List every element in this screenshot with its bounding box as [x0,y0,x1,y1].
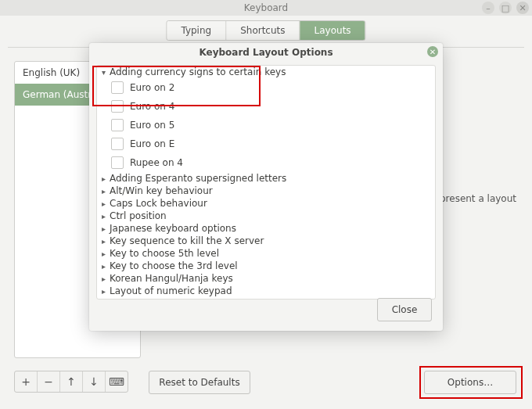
tree-option[interactable]: Rupee on 4 [97,153,435,172]
tree-option[interactable]: Euro on E [97,135,435,153]
tree-group-collapsed[interactable]: ▸Key sequence to kill the X server [97,235,435,247]
layout-hint-text: epresent a layout [434,193,516,204]
tree-group-collapsed[interactable]: ▸Key to choose 5th level [97,247,435,260]
remove-layout-button[interactable]: − [38,371,60,392]
tree-group-label: Layout of numeric keypad [110,285,232,296]
chevron-right-icon: ▸ [102,249,110,258]
tree-group-label: Adding Esperanto supersigned letters [110,173,286,184]
show-keyboard-button[interactable]: ⌨ [106,371,128,392]
layout-options-dialog: Keyboard Layout Options ✕ ▾ Adding curre… [89,43,443,331]
settings-tabs: Typing Shortcuts Layouts [166,20,365,41]
tree-option-label: Euro on 5 [130,120,174,131]
tree-group-label: Alt/Win key behaviour [110,185,213,196]
tree-option[interactable]: Euro on 4 [97,97,435,116]
window-controls: – □ ✕ [482,2,529,14]
dialog-close-icon[interactable]: ✕ [427,46,438,57]
chevron-right-icon: ▸ [102,212,110,221]
tree-option-label: Rupee on 4 [130,157,183,168]
chevron-right-icon: ▸ [102,287,110,296]
tab-layouts[interactable]: Layouts [300,21,365,40]
chevron-right-icon: ▸ [102,174,110,183]
tree-group-collapsed[interactable]: ▸Layout of numeric keypad [97,285,435,297]
maximize-button[interactable]: □ [499,2,512,14]
tree-group-collapsed[interactable]: ▸Alt/Win key behaviour [97,185,435,197]
tree-group-label: Korean Hangul/Hanja keys [110,273,233,284]
chevron-right-icon: ▸ [102,274,110,283]
chevron-down-icon: ▾ [102,68,110,77]
titlebar: Keyboard – □ ✕ [0,0,532,16]
tree-group-collapsed[interactable]: ▸Key to choose the 3rd level [97,260,435,272]
dialog-titlebar: Keyboard Layout Options ✕ [89,43,443,62]
tree-option-label: Euro on E [130,138,174,149]
tab-typing[interactable]: Typing [167,21,226,40]
options-button[interactable]: Options… [424,371,516,394]
tree-group-collapsed[interactable]: ▸Adding Esperanto supersigned letters [97,172,435,185]
tree-option-label: Euro on 2 [130,82,174,93]
tab-shortcuts[interactable]: Shortcuts [226,21,300,40]
tree-group-label: Key to choose the 3rd level [110,260,238,271]
chevron-right-icon: ▸ [102,262,110,271]
checkbox[interactable] [111,119,124,131]
dialog-close-button[interactable]: Close [377,298,432,321]
tree-option[interactable]: Euro on 5 [97,116,435,135]
tree-group-collapsed[interactable]: ▸Japanese keyboard options [97,222,435,235]
close-window-button[interactable]: ✕ [516,2,529,14]
minimize-button[interactable]: – [482,2,494,14]
move-up-button[interactable]: ↑ [60,371,83,392]
tree-option[interactable]: Euro on 2 [97,78,435,97]
tree-group-expanded[interactable]: ▾ Adding currency signs to certain keys [97,66,435,78]
checkbox[interactable] [111,156,124,169]
dialog-title: Keyboard Layout Options [89,47,443,58]
chevron-right-icon: ▸ [102,224,110,233]
tree-group-label: Key to choose 5th level [110,248,219,259]
tree-group-label: Ctrl position [110,210,167,221]
tree-group-collapsed[interactable]: ▸Korean Hangul/Hanja keys [97,272,435,285]
chevron-right-icon: ▸ [102,187,110,196]
window-title: Keyboard [0,2,532,13]
layout-list-tools: + − ↑ ↓ ⌨ [14,371,128,393]
tree-group-collapsed[interactable]: ▸Caps Lock behaviour [97,197,435,210]
tree-group-label: Adding currency signs to certain keys [110,66,286,77]
chevron-right-icon: ▸ [102,237,110,246]
move-down-button[interactable]: ↓ [83,371,106,392]
tree-group-collapsed[interactable]: ▸Ctrl position [97,210,435,222]
checkbox[interactable] [111,100,124,113]
chevron-right-icon: ▸ [102,199,110,208]
tree-group-label: Key sequence to kill the X server [110,235,264,246]
tree-option-label: Euro on 4 [130,101,174,112]
tree-group-label: Japanese keyboard options [110,223,236,234]
checkbox[interactable] [111,138,124,150]
reset-defaults-button[interactable]: Reset to Defaults [149,371,250,394]
checkbox[interactable] [111,81,124,94]
options-tree[interactable]: ▾ Adding currency signs to certain keys … [96,65,436,300]
add-layout-button[interactable]: + [15,371,38,392]
tree-group-label: Caps Lock behaviour [110,198,207,209]
